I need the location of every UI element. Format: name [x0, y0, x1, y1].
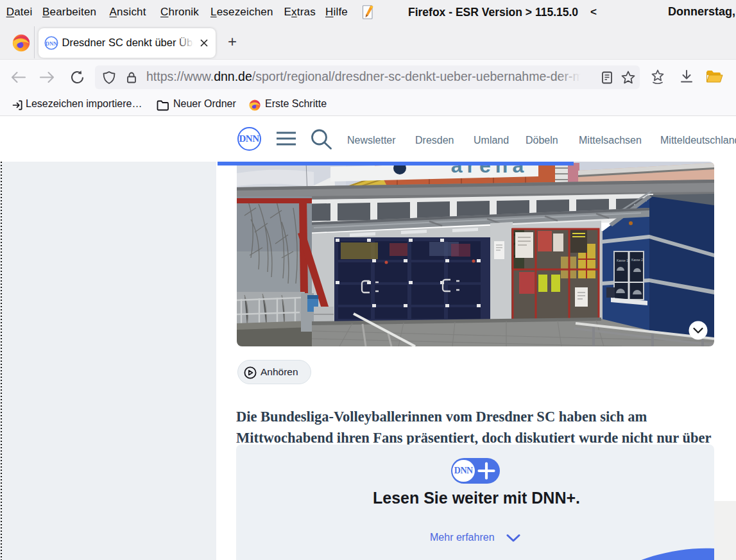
- svg-text:DNN: DNN: [45, 40, 57, 47]
- svg-text:Kasse 1: Kasse 1: [617, 259, 628, 262]
- svg-text:Kasse 2: Kasse 2: [631, 258, 643, 262]
